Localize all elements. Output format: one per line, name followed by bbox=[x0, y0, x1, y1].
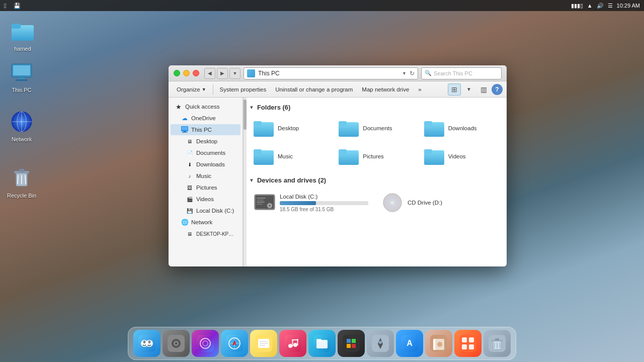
sidebar-item-desktop[interactable]: 🖥 Desktop bbox=[171, 136, 240, 147]
folder-item-downloads[interactable]: Downloads bbox=[420, 116, 501, 140]
onedrive-label: OneDrive bbox=[191, 115, 216, 121]
sidebar-item-pictures[interactable]: 🖼 Pictures bbox=[171, 182, 240, 193]
svg-rect-73 bbox=[292, 339, 293, 346]
sidebar-scrollbar-thumb[interactable] bbox=[244, 100, 247, 130]
desktop-icon-hamed[interactable]: hamed bbox=[5, 19, 40, 52]
toolbar-right: ⊞ ▼ ▥ ? bbox=[448, 83, 503, 96]
folder-item-music[interactable]: Music bbox=[249, 144, 330, 168]
desktop-icon-recycle-bin[interactable]: Recycle Bin bbox=[4, 166, 39, 199]
system-properties-button[interactable]: System properties bbox=[216, 83, 271, 96]
folder-item-documents[interactable]: Documents bbox=[334, 116, 415, 140]
this-pc-sidebar-label: This PC bbox=[191, 127, 212, 133]
drive-item-c[interactable]: Local Disk (C:) 18.5 GB free of 31.5 GB bbox=[249, 189, 373, 216]
search-bar[interactable]: 🔍 Search This PC bbox=[421, 67, 502, 79]
organize-dropdown-icon: ▼ bbox=[202, 87, 206, 92]
folder-item-pictures[interactable]: Pictures bbox=[334, 144, 415, 168]
folder-item-videos[interactable]: Videos bbox=[420, 144, 501, 168]
address-bar-icon bbox=[247, 69, 255, 77]
desktop:  💾 ▮▮▮▯ ▲ 🔊 ☰ 10:29 AM bbox=[0, 0, 644, 362]
pictures-folder-icon bbox=[339, 148, 359, 165]
svg-rect-80 bbox=[347, 339, 351, 343]
address-bar[interactable]: This PC ▼ ↻ bbox=[244, 67, 418, 79]
folder-item-desktop[interactable]: Desktop bbox=[249, 116, 330, 140]
view-details-button[interactable]: ⊞ bbox=[448, 83, 461, 96]
sidebar-item-network[interactable]: 🌐 Network bbox=[171, 217, 240, 228]
dock-item-music[interactable] bbox=[279, 330, 306, 357]
svg-rect-38 bbox=[257, 198, 266, 199]
back-button[interactable]: ◀ bbox=[204, 68, 215, 79]
svg-rect-81 bbox=[352, 339, 356, 343]
up-button[interactable]: ▼ bbox=[229, 68, 240, 79]
organize-button[interactable]: Organize ▼ bbox=[173, 83, 210, 96]
sidebar-scrollbar[interactable] bbox=[243, 98, 247, 266]
drive-c-progress bbox=[280, 201, 368, 205]
apple-icon[interactable]:  bbox=[4, 2, 7, 10]
dock-item-notes[interactable] bbox=[250, 330, 277, 357]
svg-rect-96 bbox=[469, 344, 474, 349]
clock: 10:29 AM bbox=[617, 3, 640, 9]
sidebar-item-local-disk[interactable]: 💾 Local Disk (C:) bbox=[171, 205, 240, 216]
minimize-button[interactable] bbox=[183, 70, 190, 76]
dock-item-game-center[interactable] bbox=[192, 330, 219, 357]
desktop-icon-this-pc[interactable]: This PC bbox=[4, 60, 39, 94]
refresh-button[interactable]: ↻ bbox=[410, 70, 415, 77]
devices-section-header: ▼ Devices and drives (2) bbox=[249, 176, 501, 184]
dock-item-app-store[interactable]: A bbox=[396, 330, 423, 357]
svg-rect-75 bbox=[292, 339, 298, 340]
desktop-icon-network[interactable]: Network bbox=[4, 110, 39, 143]
folders-toggle[interactable]: ▼ bbox=[249, 105, 254, 110]
network-sidebar-icon: 🌐 bbox=[181, 218, 189, 226]
toolbar-separator-1 bbox=[213, 84, 213, 95]
help-button[interactable]: ? bbox=[492, 84, 503, 95]
svg-point-52 bbox=[149, 341, 150, 342]
more-toolbar-button[interactable]: » bbox=[414, 83, 425, 96]
sidebar-item-music[interactable]: ♪ Music bbox=[171, 170, 240, 182]
map-network-button[interactable]: Map network drive bbox=[358, 83, 413, 96]
dock-item-mosaic[interactable] bbox=[454, 330, 481, 357]
dock-item-files[interactable] bbox=[308, 330, 336, 357]
sidebar-item-downloads[interactable]: ⬇ Downloads bbox=[171, 159, 240, 170]
svg-rect-57 bbox=[197, 335, 214, 352]
svg-rect-40 bbox=[257, 202, 265, 203]
finder-menu[interactable]: 💾 bbox=[14, 3, 21, 9]
address-text: This PC bbox=[258, 70, 399, 77]
sidebar-wrapper: ★ Quick access ☁ OneDrive bbox=[169, 98, 243, 266]
dock-item-safari[interactable] bbox=[221, 330, 248, 357]
videos-folder-label: Videos bbox=[448, 153, 466, 159]
sidebar-item-videos[interactable]: 🎬 Videos bbox=[171, 194, 240, 205]
svg-rect-95 bbox=[462, 344, 467, 349]
sidebar-item-onedrive[interactable]: ☁ OneDrive bbox=[171, 113, 240, 124]
battery-icon: ▮▮▮▯ bbox=[571, 3, 583, 9]
pictures-folder-label: Pictures bbox=[363, 153, 384, 159]
close-button[interactable] bbox=[193, 70, 199, 76]
svg-rect-78 bbox=[316, 339, 321, 342]
folders-section-header: ▼ Folders (6) bbox=[249, 104, 501, 111]
dock-item-boot-camp[interactable] bbox=[338, 330, 365, 357]
dock-item-rocket[interactable] bbox=[367, 330, 394, 357]
sidebar-item-documents[interactable]: 📄 Documents bbox=[171, 147, 240, 158]
svg-rect-93 bbox=[462, 337, 467, 342]
drive-item-d[interactable]: CD Drive (D:) bbox=[377, 189, 501, 216]
dock-item-trash[interactable] bbox=[484, 330, 511, 357]
desktop-kpt-icon: 🖥 bbox=[186, 230, 194, 238]
preview-pane-button[interactable]: ▥ bbox=[477, 83, 490, 96]
svg-line-15 bbox=[18, 175, 18, 184]
view-dropdown-button[interactable]: ▼ bbox=[462, 83, 475, 96]
hamed-folder-icon bbox=[11, 19, 35, 43]
sidebar-item-desktop-kpt[interactable]: 🖥 DESKTOP-KPT6F… bbox=[171, 228, 240, 239]
maximize-button[interactable] bbox=[174, 70, 180, 76]
forward-button[interactable]: ▶ bbox=[217, 68, 228, 79]
svg-text:A: A bbox=[407, 339, 413, 347]
svg-rect-19 bbox=[182, 127, 188, 130]
pictures-sidebar-label: Pictures bbox=[196, 185, 217, 191]
notification-icon: ☰ bbox=[608, 3, 613, 9]
uninstall-button[interactable]: Uninstall or change a program bbox=[271, 83, 357, 96]
sidebar-item-quick-access[interactable]: ★ Quick access bbox=[171, 101, 240, 112]
toolbar: Organize ▼ System properties Uninstall o… bbox=[169, 81, 507, 98]
sidebar-item-this-pc[interactable]: This PC bbox=[171, 124, 240, 135]
dock-item-preview[interactable] bbox=[425, 330, 452, 357]
dock-item-finder[interactable] bbox=[133, 330, 160, 357]
devices-toggle[interactable]: ▼ bbox=[249, 177, 254, 183]
dock-item-system-prefs[interactable] bbox=[163, 330, 190, 357]
address-dropdown-icon[interactable]: ▼ bbox=[402, 71, 407, 76]
